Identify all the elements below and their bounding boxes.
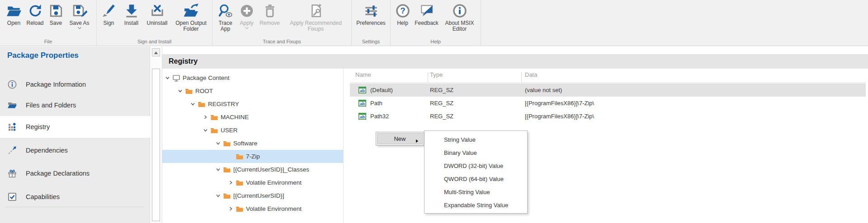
column-header-data[interactable]: Data (525, 71, 537, 78)
ribbon-button-label: Feedback (415, 20, 439, 26)
column-separator[interactable] (521, 72, 522, 82)
dropdown-chevron-icon (77, 27, 82, 30)
registry-icon (7, 122, 17, 132)
tree-item-root[interactable]: ROOT (162, 84, 343, 98)
registry-value-row-default[interactable]: ab(Default)REG_SZ(value not set) (350, 84, 866, 97)
folder-icon (222, 166, 231, 174)
tree-item-machine[interactable]: MACHINE (162, 111, 343, 124)
capabilities-icon (7, 192, 17, 202)
chevron-down-icon[interactable] (189, 101, 196, 107)
ribbon-button-open[interactable]: Open (4, 1, 24, 30)
column-header-type[interactable]: Type (430, 71, 443, 78)
ribbon-button-apply-recommended-fixups: Apply Recommended Fixups (283, 1, 349, 32)
ribbon-button-reload[interactable]: Reload (24, 1, 46, 30)
folder-icon (222, 139, 231, 148)
sidebar-item-capabilities[interactable]: Capabilities (0, 186, 150, 208)
submenu-item-dword-32-bit-value[interactable]: DWORD (32-bit) Value (425, 159, 527, 172)
ribbon-button-label: Open (7, 20, 20, 26)
tree-item-label: REGISTRY (208, 101, 239, 107)
registry-value-row-path[interactable]: abPathREG_SZ[{ProgramFilesX86}]\7-Zip\ (350, 97, 866, 110)
ribbon-button-preferences[interactable]: Preferences (353, 1, 389, 26)
svg-text:ab: ab (360, 114, 365, 119)
ribbon-button-uninstall[interactable]: Uninstall (143, 1, 171, 32)
scrollbar-up-button[interactable] (152, 48, 160, 56)
chevron-down-icon[interactable] (202, 127, 209, 134)
chevron-right-icon[interactable] (227, 205, 234, 212)
dropdown-chevron-icon (245, 27, 249, 30)
registry-value-row-path32[interactable]: abPath32REG_SZ[{ProgramFilesX86}]\7-Zip\ (350, 110, 866, 123)
svg-text:ab: ab (360, 101, 365, 106)
ribbon-group-label: Help (391, 39, 481, 44)
context-menu-item-label: New (394, 135, 406, 142)
tree-item-currentusersid-classes[interactable]: [{CurrentUserSID}]_Classes (162, 163, 343, 176)
package-content-tree: Package ContentROOTREGISTRYMACHINEUSERSo… (162, 69, 343, 223)
chevron-down-icon[interactable] (164, 74, 171, 81)
ribbon-button-install[interactable]: Install (120, 1, 143, 32)
open-folder-icon (6, 1, 22, 20)
folder-icon (197, 100, 206, 108)
trash-icon (262, 1, 278, 20)
submenu-item-binary-value[interactable]: Binary Value (425, 146, 527, 159)
sidebar-item-label: Capabilities (26, 193, 60, 200)
tree-item-7-zip[interactable]: 7-Zip (162, 150, 343, 163)
ribbon-button-about-msix-editor[interactable]: About MSIX Editor (441, 1, 479, 32)
ribbon-button-save-as[interactable]: Save As (66, 1, 93, 30)
ribbon-button-apply: Apply (236, 1, 257, 32)
sidebar-package-properties: Package Properties Package InformationFi… (0, 46, 150, 223)
chevron-down-icon[interactable] (215, 192, 222, 199)
tree-item-software[interactable]: Software (162, 137, 343, 150)
sidebar-item-label: Package Declarations (26, 170, 90, 177)
package-declarations-icon (7, 168, 17, 178)
tree-item-label: Software (233, 140, 257, 147)
chevron-down-icon[interactable] (215, 166, 222, 173)
about-info-icon (452, 1, 467, 20)
sidebar-item-dependencies[interactable]: Dependencies (0, 139, 150, 161)
sidebar-scrollbar[interactable] (150, 46, 162, 223)
ribbon-button-label: Save (50, 20, 62, 26)
sidebar-item-files-and-folders[interactable]: Files and Folders (0, 94, 150, 116)
ribbon-group-label: Trace and Fixups (212, 39, 351, 44)
submenu-item-string-value[interactable]: String Value (425, 133, 527, 146)
value-data: [{ProgramFilesX86}]\7-Zip\ (525, 97, 594, 110)
submenu-item-expandable-string-value[interactable]: Expandable String Value (425, 199, 527, 212)
submenu-item-qword-64-bit-value[interactable]: QWORD (64-bit) Value (425, 172, 527, 186)
value-type: REG_SZ (430, 97, 453, 110)
tree-item-registry[interactable]: REGISTRY (162, 98, 343, 111)
tree-item-volatile-environment[interactable]: Volatile Environment (162, 202, 343, 215)
ribbon-button-sign[interactable]: Sign (98, 1, 120, 32)
ribbon-button-save[interactable]: Save (46, 1, 66, 30)
ribbon-button-open-output-folder[interactable]: Open Output Folder (171, 1, 211, 32)
value-name: (Default) (370, 84, 393, 97)
column-header-name[interactable]: Name (355, 71, 371, 78)
tree-item-label: ROOT (195, 88, 213, 94)
sidebar-item-package-declarations[interactable]: Package Declarations (0, 163, 150, 184)
tree-item-package-content[interactable]: Package Content (162, 71, 343, 84)
chevron-right-icon[interactable] (202, 114, 209, 121)
tree-item-currentusersid[interactable]: [{CurrentUserSID}] (162, 189, 343, 202)
scrollbar-thumb[interactable] (152, 69, 160, 221)
chevron-right-icon[interactable] (227, 179, 234, 186)
svg-text:?: ? (400, 6, 405, 15)
ribbon-button-trace-app[interactable]: Trace App (215, 1, 236, 32)
sidebar-item-registry[interactable]: Registry (0, 116, 150, 138)
ribbon-button-label: Save As (69, 20, 89, 26)
sign-pen-icon (101, 1, 117, 20)
tree-item-user[interactable]: USER (162, 124, 343, 137)
open-output-folder-icon (184, 1, 199, 20)
feedback-icon (419, 1, 434, 20)
column-separator[interactable] (428, 72, 428, 82)
ribbon-button-feedback[interactable]: Feedback (413, 1, 441, 32)
chevron-down-icon[interactable] (177, 88, 184, 94)
ribbon-button-help[interactable]: ?Help (393, 1, 413, 32)
chevron-down-icon[interactable] (215, 140, 222, 147)
computer-icon (172, 74, 180, 82)
registry-view: Registry Package ContentROOTREGISTRYMACH… (162, 46, 868, 223)
tree-item-volatile-environment[interactable]: Volatile Environment (162, 176, 343, 189)
tree-item-label: [{CurrentUserSID}] (233, 192, 284, 199)
folder-icon (222, 192, 231, 200)
submenu-item-multi-string-value[interactable]: Multi-String Value (425, 186, 527, 199)
sidebar-item-package-information[interactable]: Package Information (0, 74, 150, 95)
context-menu-item-new[interactable]: New (377, 133, 423, 144)
tree-item-label: MACHINE (221, 114, 249, 121)
save-icon (48, 1, 64, 20)
